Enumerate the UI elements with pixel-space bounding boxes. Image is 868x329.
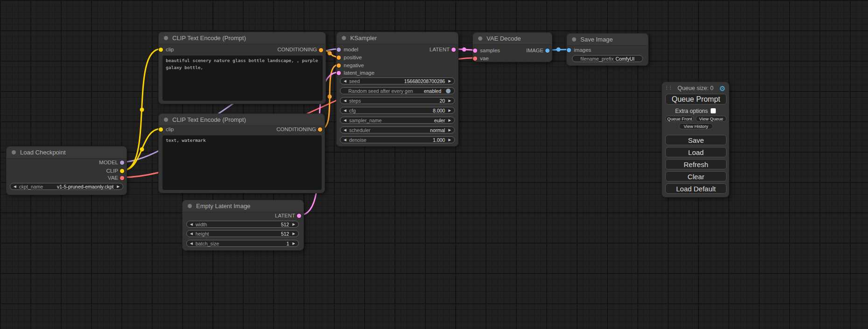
queue-panel[interactable]: Queue size: 0 Queue Prompt Extra options… [662,82,729,197]
increment-arrow-icon[interactable] [448,138,451,142]
random-seed-toggle-widget[interactable]: Random seed after every gen enabled [340,87,455,94]
increment-arrow-icon[interactable] [448,128,451,132]
output-port-model[interactable] [120,161,124,165]
filename-prefix-widget[interactable]: filename_prefix ComfyUI [572,55,643,62]
settings-gear-icon[interactable] [720,84,726,93]
input-port-images[interactable] [567,48,571,52]
toggle-dot-icon[interactable] [446,89,451,93]
refresh-button[interactable]: Refresh [665,159,727,169]
view-history-button[interactable]: View History [679,123,713,129]
decrement-arrow-icon[interactable] [190,242,193,245]
widget-value[interactable]: v1-5-pruned-emaonly.ckpt [57,184,113,189]
input-port-samples[interactable] [473,49,477,53]
widget-value[interactable]: euler [434,118,445,123]
widget-value[interactable]: 1 [286,241,289,246]
decrement-arrow-icon[interactable] [344,138,346,142]
increment-arrow-icon[interactable] [117,185,120,189]
node-title-bar[interactable]: KSampler [337,32,458,44]
widget-value[interactable]: 20 [440,98,445,104]
node-title-bar[interactable]: CLIP Text Encode (Prompt) [159,114,325,126]
output-port-vae[interactable] [120,176,124,180]
node-clip-text-encode-negative[interactable]: CLIP Text Encode (Prompt) clip CONDITION… [158,113,325,193]
collapse-dot-icon[interactable] [164,118,168,122]
output-port-clip[interactable] [120,169,124,173]
increment-arrow-icon[interactable] [292,242,295,245]
queue-front-button[interactable]: Queue Front [665,116,694,122]
widget-value[interactable]: normal [430,127,445,133]
load-button[interactable]: Load [665,147,727,157]
steps-widget[interactable]: steps 20 [340,97,455,104]
output-port-latent[interactable] [297,214,301,218]
cfg-widget[interactable]: cfg 8.000 [340,107,455,114]
scheduler-widget[interactable]: scheduler normal [340,126,455,133]
collapse-dot-icon[interactable] [12,150,16,154]
output-port-latent[interactable] [452,48,456,52]
widget-value[interactable]: 512 [281,222,289,227]
node-title-bar[interactable]: Save Image [567,34,648,46]
node-title-bar[interactable]: CLIP Text Encode (Prompt) [159,32,325,44]
output-port-image[interactable] [545,49,550,53]
increment-arrow-icon[interactable] [292,232,295,236]
decrement-arrow-icon[interactable] [190,232,193,236]
widget-value[interactable]: 1.000 [433,137,445,143]
widget-value[interactable]: 8.000 [433,108,445,113]
decrement-arrow-icon[interactable] [190,223,193,226]
input-port-model[interactable] [337,48,341,52]
queue-panel-header[interactable]: Queue size: 0 [662,84,729,93]
decrement-arrow-icon[interactable] [344,109,346,112]
input-port-positive[interactable] [337,56,341,60]
clear-button[interactable]: Clear [665,171,727,182]
collapse-dot-icon[interactable] [572,37,576,42]
denoise-widget[interactable]: denoise 1.000 [340,136,455,143]
decrement-arrow-icon[interactable] [14,185,16,189]
decrement-arrow-icon[interactable] [344,119,346,122]
input-port-clip[interactable] [159,48,163,52]
input-port-vae[interactable] [473,56,477,61]
node-clip-text-encode-positive[interactable]: CLIP Text Encode (Prompt) clip CONDITION… [158,32,326,104]
decrement-arrow-icon[interactable] [344,79,346,83]
node-vae-decode[interactable]: VAE Decode samples vae IMAGE [473,32,552,62]
widget-value[interactable]: enabled [424,88,441,94]
widget-value[interactable]: ComfyUI [615,56,635,62]
width-widget[interactable]: width 512 [186,221,299,228]
node-title-bar[interactable]: Load Checkpoint [7,147,127,159]
extra-options-row: Extra options [662,108,729,114]
widget-value[interactable]: 512 [281,231,289,237]
node-load-checkpoint[interactable]: Load Checkpoint MODEL CLIP VAE ckpt_name… [6,146,127,195]
widget-value[interactable]: 156680208700286 [404,78,445,84]
prompt-textarea[interactable]: beautiful scenery nature glass bottle la… [162,56,323,101]
increment-arrow-icon[interactable] [448,79,451,83]
increment-arrow-icon[interactable] [292,223,295,226]
collapse-dot-icon[interactable] [478,36,482,41]
increment-arrow-icon[interactable] [448,119,451,122]
output-port-conditioning[interactable] [319,48,323,52]
seed-widget[interactable]: seed 156680208700286 [340,77,455,84]
input-port-negative[interactable] [337,63,341,68]
node-graph-canvas[interactable]: Load Checkpoint MODEL CLIP VAE ckpt_name… [0,0,868,329]
collapse-dot-icon[interactable] [342,36,346,40]
decrement-arrow-icon[interactable] [344,128,346,132]
decrement-arrow-icon[interactable] [344,99,346,103]
height-widget[interactable]: height 512 [186,230,299,237]
node-empty-latent-image[interactable]: Empty Latent Image LATENT width 512 heig… [182,200,304,251]
extra-options-checkbox[interactable] [711,108,716,113]
node-save-image[interactable]: Save Image images filename_prefix ComfyU… [566,33,649,66]
queue-prompt-button[interactable]: Queue Prompt [665,94,727,105]
input-port-latent-image[interactable] [337,71,341,75]
node-title-bar[interactable]: Empty Latent Image [183,200,303,212]
node-title-bar[interactable]: VAE Decode [473,33,552,45]
increment-arrow-icon[interactable] [448,109,451,112]
load-default-button[interactable]: Load Default [665,183,727,194]
increment-arrow-icon[interactable] [448,99,451,103]
collapse-dot-icon[interactable] [164,36,168,40]
batch-size-widget[interactable]: batch_size 1 [186,240,299,247]
save-button[interactable]: Save [665,135,727,145]
ckpt-name-widget[interactable]: ckpt_name v1-5-pruned-emaonly.ckpt [10,183,123,190]
sampler-name-widget[interactable]: sampler_name euler [340,117,455,124]
input-port-clip[interactable] [159,127,163,132]
node-ksampler[interactable]: KSampler model positive negative latent_… [336,32,459,147]
view-queue-button[interactable]: View Queue [696,116,727,122]
collapse-dot-icon[interactable] [188,204,192,208]
prompt-textarea[interactable]: text, watermark [162,135,322,190]
output-port-conditioning[interactable] [318,127,322,132]
